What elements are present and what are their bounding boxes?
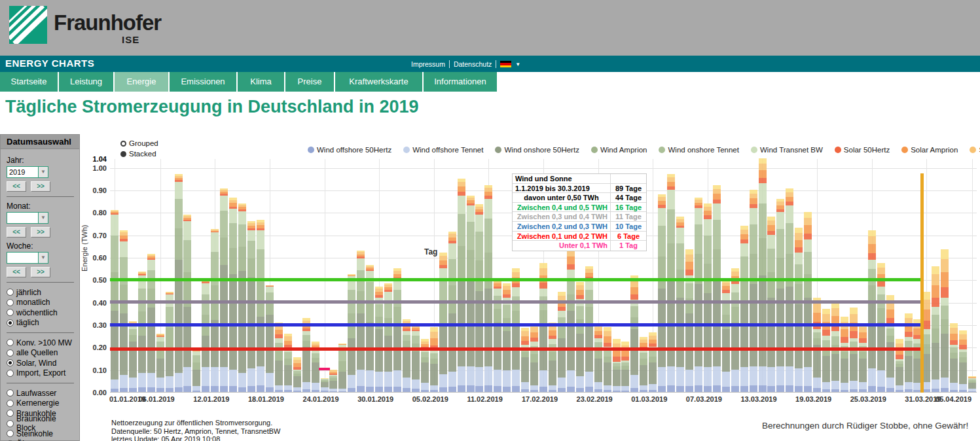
legend-item-solar-50hertz[interactable]: Solar 50Hertz [835, 146, 890, 154]
bar-day-60[interactable] [649, 332, 657, 392]
legend-item-solar-amprion[interactable]: Solar Amprion [901, 146, 958, 154]
bar-day-28[interactable] [357, 251, 365, 392]
nav-tab-kraftwerkskarte[interactable]: Kraftwerkskarte [335, 72, 424, 92]
mode-radio-grouped[interactable]: Grouped [120, 138, 158, 149]
bar-day-3[interactable] [129, 321, 137, 392]
radio-period-wöchentlich[interactable]: wöchentlich [7, 308, 75, 318]
bar-day-46[interactable] [521, 328, 529, 392]
bar-day-74[interactable] [776, 199, 784, 392]
bar-day-64[interactable] [685, 249, 693, 392]
bar-day-10[interactable] [192, 349, 200, 392]
legend-item-solar-tennet[interactable]: Solar Tennet [970, 146, 980, 154]
chevron-down-icon[interactable]: ▼ [515, 62, 520, 67]
bar-day-92[interactable] [941, 249, 949, 392]
legend-item-wind-amprion[interactable]: Wind Amprion [591, 146, 647, 154]
bar-day-62[interactable] [667, 174, 675, 392]
bar-day-91[interactable] [932, 266, 939, 392]
radio-fuel-braunkohle-block[interactable]: Braunkohle Block [7, 419, 75, 429]
bar-day-20[interactable] [284, 334, 292, 392]
bar-day-72[interactable] [759, 158, 767, 392]
bar-day-24[interactable] [321, 378, 329, 392]
bar-day-16[interactable] [247, 221, 255, 392]
legend-item-wind-offshore-tennet[interactable]: Wind offshore Tennet [403, 146, 483, 154]
legend-item-wind-onshore-tennet[interactable]: Wind onshore Tennet [659, 146, 738, 154]
radio-fuel-kernenergie[interactable]: Kernenergie [7, 398, 75, 409]
legend-item-wind-offshore-50hertz[interactable]: Wind offshore 50Hertz [308, 146, 391, 154]
nav-tab-startseite[interactable]: Startseite [0, 72, 59, 92]
bar-day-11[interactable] [202, 279, 209, 392]
bar-day-45[interactable] [512, 268, 520, 392]
bar-day-55[interactable] [604, 327, 611, 392]
bar-day-33[interactable] [403, 319, 410, 393]
bar-day-36[interactable] [430, 327, 438, 392]
radio-period-täglich[interactable]: täglich [7, 318, 75, 328]
year-select[interactable]: 2019 ▼ [7, 166, 48, 178]
month-prev-button[interactable]: << [7, 227, 26, 238]
bar-day-76[interactable] [795, 228, 803, 392]
bar-day-42[interactable] [484, 185, 492, 392]
radio-source-alle-quellen[interactable]: alle Quellen [7, 348, 75, 359]
bar-day-19[interactable] [275, 323, 283, 392]
bar-day-14[interactable] [229, 198, 237, 392]
bar-day-67[interactable] [713, 185, 721, 392]
radio-period-monatlich[interactable]: monatlich [7, 298, 75, 308]
bar-day-2[interactable] [120, 230, 128, 392]
nav-tab-leistung[interactable]: Leistung [59, 72, 115, 92]
bar-day-43[interactable] [494, 279, 501, 392]
bar-day-63[interactable] [676, 217, 684, 392]
mode-radio-stacked[interactable]: Stacked [120, 149, 158, 159]
bar-day-59[interactable] [640, 337, 647, 392]
legend-item-wind-onshore-50hertz[interactable]: Wind onshore 50Hertz [495, 146, 579, 154]
bar-day-84[interactable] [868, 230, 876, 392]
bar-day-25[interactable] [329, 370, 337, 392]
german-flag-icon[interactable] [500, 61, 511, 68]
month-select[interactable]: ▼ [7, 212, 48, 224]
bar-day-50[interactable] [558, 292, 566, 392]
bar-day-94[interactable] [959, 330, 967, 392]
bar-day-83[interactable] [859, 323, 867, 392]
radio-source-import-export[interactable]: Import, Export [7, 368, 75, 379]
bar-day-8[interactable] [175, 174, 183, 392]
bar-day-26[interactable] [338, 344, 346, 392]
bar-day-58[interactable] [630, 275, 638, 392]
nav-tab-energie[interactable]: Energie [115, 72, 170, 92]
bar-day-12[interactable] [211, 229, 219, 392]
bar-day-70[interactable] [740, 226, 748, 392]
bar-day-21[interactable] [293, 357, 301, 392]
impressum-link[interactable]: Impressum [411, 60, 445, 68]
bar-day-39[interactable] [458, 179, 465, 392]
nav-tab-emissionen[interactable]: Emissionen [170, 72, 238, 92]
bar-day-78[interactable] [813, 298, 821, 392]
bar-day-13[interactable] [220, 188, 228, 392]
bar-day-73[interactable] [767, 217, 775, 392]
week-next-button[interactable]: >> [31, 267, 50, 277]
year-next-button[interactable]: >> [31, 181, 50, 192]
bar-day-17[interactable] [257, 220, 264, 392]
bar-day-4[interactable] [138, 272, 146, 392]
week-prev-button[interactable]: << [7, 267, 26, 277]
bar-day-48[interactable] [539, 263, 547, 392]
bar-day-51[interactable] [567, 245, 575, 392]
bar-day-41[interactable] [475, 204, 483, 392]
bar-day-6[interactable] [156, 334, 164, 392]
nav-tab-preise[interactable]: Preise [285, 72, 335, 92]
year-prev-button[interactable]: << [7, 181, 26, 192]
bar-day-44[interactable] [503, 283, 511, 392]
bar-day-29[interactable] [366, 265, 374, 392]
bar-day-49[interactable] [549, 323, 556, 392]
datenschutz-link[interactable]: Datenschutz [454, 60, 492, 68]
bar-day-71[interactable] [750, 190, 757, 392]
bar-day-65[interactable] [695, 198, 702, 392]
bar-day-27[interactable] [348, 274, 355, 392]
radio-source-konv-100-mw[interactable]: Konv. >100 MW [7, 338, 75, 348]
nav-tab-klima[interactable]: Klima [238, 72, 285, 92]
bar-day-61[interactable] [658, 194, 666, 392]
bar-day-31[interactable] [384, 283, 392, 392]
bar-day-32[interactable] [393, 268, 401, 392]
month-next-button[interactable]: >> [31, 227, 50, 238]
radio-period-jährlich[interactable]: jährlich [7, 287, 75, 298]
bar-day-66[interactable] [704, 203, 712, 392]
bar-day-40[interactable] [467, 196, 475, 392]
bar-day-81[interactable] [841, 317, 848, 392]
bar-day-37[interactable] [439, 253, 447, 392]
